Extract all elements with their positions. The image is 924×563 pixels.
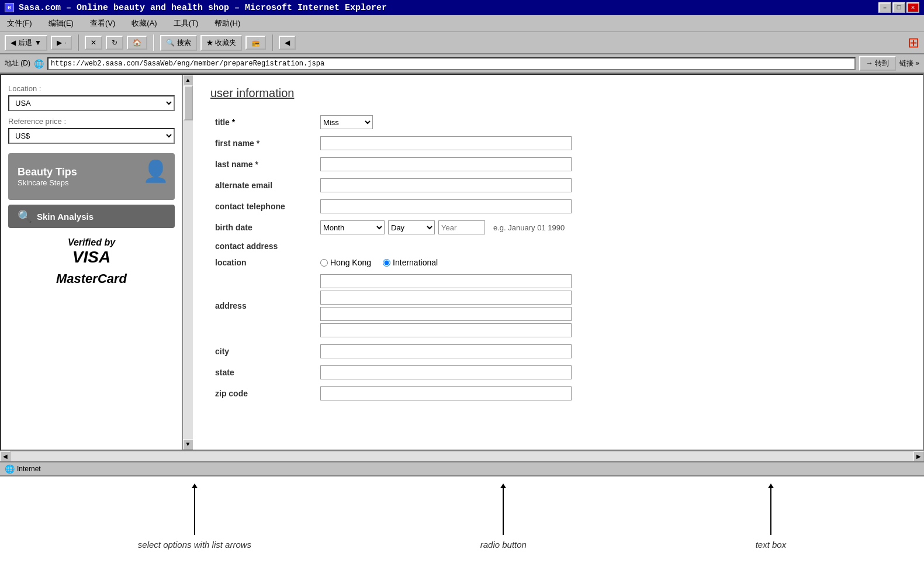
address-label: address <box>210 271 316 341</box>
address-input[interactable] <box>47 57 856 70</box>
history-button[interactable]: ◀ <box>279 36 296 50</box>
user-info-form: title * Miss Mr Mrs Ms Dr first name <box>210 112 905 404</box>
scroll-thumb[interactable] <box>184 85 193 120</box>
address-label: 地址 (D) <box>5 58 30 68</box>
birth-year-input[interactable] <box>438 220 485 234</box>
contact-address-label: contact address <box>210 238 316 254</box>
main-content: user information title * Miss Mr Mrs Ms … <box>193 75 923 450</box>
annotation-label-3: text box <box>756 540 787 550</box>
location-hk-option[interactable]: Hong Kong <box>320 258 371 267</box>
alt-email-input[interactable] <box>320 178 572 192</box>
refresh-icon: ↻ <box>112 39 117 47</box>
window-controls: – □ ✕ <box>878 2 919 13</box>
back-arrow-icon: ◀ <box>11 39 16 47</box>
firstname-cell <box>316 133 905 154</box>
annotation-2: radio button <box>480 488 527 550</box>
scroll-right-button[interactable]: ▶ <box>913 451 924 462</box>
firstname-row: first name * <box>210 133 905 154</box>
skin-analysis-box[interactable]: 🔍 Skin Analysis <box>8 205 175 228</box>
search-button[interactable]: 🔍 搜索 <box>160 35 196 51</box>
address-line-2[interactable] <box>320 291 572 305</box>
menu-help[interactable]: 帮助(H) <box>212 17 243 30</box>
scroll-track[interactable] <box>183 85 193 439</box>
verified-visa-box: Verified by VISA <box>8 237 175 267</box>
firstname-input[interactable] <box>320 136 572 150</box>
forward-button[interactable]: ▶ · <box>51 36 72 50</box>
home-button[interactable]: 🏠 <box>127 36 147 50</box>
menu-favorites[interactable]: 收藏(A) <box>129 17 159 30</box>
status-text: Internet <box>17 465 41 473</box>
menu-file[interactable]: 文件(F) <box>5 17 34 30</box>
location-intl-option[interactable]: International <box>383 258 438 267</box>
location-hk-radio[interactable] <box>320 259 328 267</box>
title-select[interactable]: Miss Mr Mrs Ms Dr <box>320 115 373 129</box>
state-input[interactable] <box>320 365 572 379</box>
menu-view[interactable]: 查看(V) <box>88 17 117 30</box>
alt-email-cell <box>316 175 905 196</box>
menu-tools[interactable]: 工具(T) <box>171 17 201 30</box>
beauty-tips-box[interactable]: Beauty Tips Skincare Steps 👤 <box>8 153 175 200</box>
media-icon: 📻 <box>251 39 260 47</box>
title-field-cell: Miss Mr Mrs Ms Dr <box>316 112 905 133</box>
title-bar: e Sasa.com – Online beauty and health sh… <box>0 0 924 15</box>
contact-tel-label: contact telephone <box>210 196 316 217</box>
zipcode-input[interactable] <box>320 386 572 400</box>
h-scroll-track[interactable] <box>11 451 913 462</box>
arrowhead-2 <box>500 483 506 488</box>
scroll-up-button[interactable]: ▲ <box>183 75 193 85</box>
search-icon: 🔍 搜索 <box>166 38 191 48</box>
lastname-label: last name * <box>210 154 316 175</box>
contact-tel-row: contact telephone <box>210 196 905 217</box>
ref-price-select-wrapper: US$ HK$ EUR <box>8 128 175 144</box>
scroll-down-button[interactable]: ▼ <box>183 439 193 450</box>
links-label[interactable]: 链接 » <box>899 58 919 68</box>
vertical-scrollbar[interactable]: ▲ ▼ <box>182 75 193 450</box>
birth-day-select[interactable]: Day 1 2 3 4 5 <box>388 220 435 234</box>
zipcode-cell <box>316 383 905 404</box>
contact-tel-input[interactable] <box>320 199 572 213</box>
back-button[interactable]: ◀ 后退 ▼ <box>5 35 47 51</box>
state-cell <box>316 362 905 383</box>
address-line-3[interactable] <box>320 307 572 321</box>
contact-address-row: contact address <box>210 238 905 254</box>
ref-price-select[interactable]: US$ HK$ EUR <box>8 128 175 144</box>
address-line-1[interactable] <box>320 274 572 288</box>
lastname-input[interactable] <box>320 157 572 171</box>
address-line-4[interactable] <box>320 323 572 337</box>
title-row: title * Miss Mr Mrs Ms Dr <box>210 112 905 133</box>
location-select[interactable]: USA Hong Kong International <box>8 95 175 111</box>
birth-month-select[interactable]: Month January February March April May J… <box>320 220 385 234</box>
minimize-button[interactable]: – <box>878 2 891 13</box>
location-row: location Hong Kong International <box>210 254 905 271</box>
media-button[interactable]: 📻 <box>245 36 266 50</box>
address-icon: 🌐 <box>34 59 44 68</box>
address-row: address <box>210 271 905 341</box>
menu-edit[interactable]: 编辑(E) <box>46 17 76 30</box>
location-intl-radio[interactable] <box>383 259 390 267</box>
verified-by-text: Verified by <box>8 237 175 248</box>
refresh-button[interactable]: ↻ <box>106 36 123 50</box>
close-button[interactable]: ✕ <box>906 2 919 13</box>
arrow-1 <box>194 488 195 535</box>
stop-button[interactable]: ✕ <box>85 36 102 50</box>
city-label: city <box>210 341 316 362</box>
maximize-button[interactable]: □ <box>892 2 905 13</box>
lastname-row: last name * <box>210 154 905 175</box>
location-cell: Hong Kong International <box>316 254 905 271</box>
location-intl-label: International <box>393 258 438 267</box>
location-radio-group: Hong Kong International <box>320 258 901 267</box>
go-arrow-icon: → 转到 <box>866 58 889 68</box>
toolbar: ◀ 后退 ▼ ▶ · ✕ ↻ 🏠 🔍 搜索 ★ 收藏夹 📻 ◀ ⊞ <box>0 32 924 54</box>
history-icon: ◀ <box>285 39 290 47</box>
lastname-cell <box>316 154 905 175</box>
horizontal-scrollbar[interactable]: ◀ ▶ <box>0 451 924 461</box>
go-button[interactable]: → 转到 <box>859 56 896 71</box>
annotation-area: select options with list arrows radio bu… <box>0 475 924 563</box>
arrowhead-3 <box>768 483 774 488</box>
separator-1 <box>78 34 79 51</box>
address-cell <box>316 271 905 341</box>
city-input[interactable] <box>320 344 572 358</box>
scroll-left-button[interactable]: ◀ <box>0 451 11 462</box>
favorites-button[interactable]: ★ 收藏夹 <box>200 35 242 51</box>
state-row: state <box>210 362 905 383</box>
